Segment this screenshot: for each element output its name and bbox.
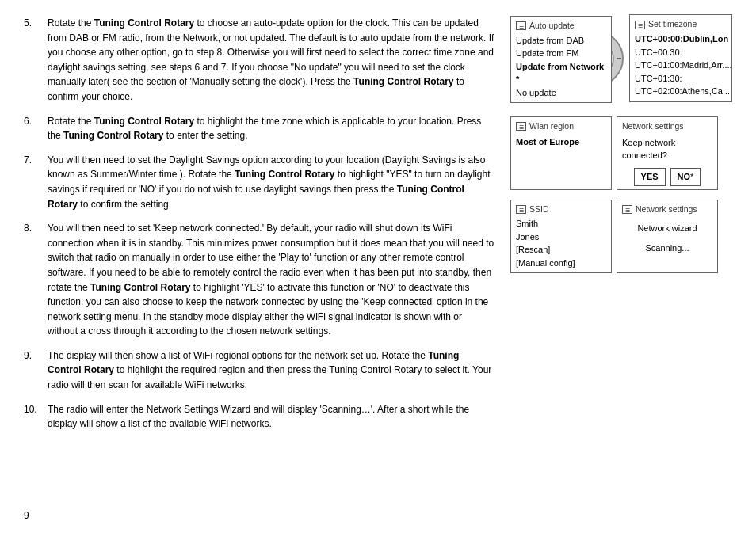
ssid-item-1: Smith xyxy=(516,217,606,230)
network-wizard-line1: Network wizard xyxy=(622,222,712,235)
step-5: 5. Rotate the Tuning Control Rotary to c… xyxy=(24,16,494,105)
set-timezone-box: ☰ Set timezone UTC+00:00:Dublin,Lon UTC+… xyxy=(629,14,732,101)
right-row-2: ☰ Wlan region Most of Europe Network set… xyxy=(510,116,732,190)
auto-update-item-2: Update from FM xyxy=(516,47,606,60)
step-10-number: 10. xyxy=(24,402,48,432)
network-wizard-line2: Scanning... xyxy=(622,242,712,255)
ssid-box: ☰ SSID Smith Jones [Rescan] [Manual conf… xyxy=(510,200,612,274)
step-7-text: You will then need to set the Daylight S… xyxy=(48,153,494,211)
step-6: 6. Rotate the Tuning Control Rotary to h… xyxy=(24,114,494,143)
page-number: 9 xyxy=(24,510,29,521)
step-9-number: 9. xyxy=(24,348,48,393)
menu-icon-network2: ☰ xyxy=(622,205,632,214)
yes-button[interactable]: YES xyxy=(634,168,666,186)
network-settings-2-title: ☰ Network settings xyxy=(622,204,712,216)
menu-icon-wlan: ☰ xyxy=(516,122,526,131)
auto-update-item-1: Update from DAB xyxy=(516,34,606,48)
right-row-3: ☰ SSID Smith Jones [Rescan] [Manual conf… xyxy=(510,200,732,274)
no-button[interactable]: NO xyxy=(670,168,701,186)
step-7-number: 7. xyxy=(24,153,48,211)
auto-update-box: ☰ Auto update Update from DAB Update fro… xyxy=(510,16,612,103)
timezone-item-4: UTC+01:30: xyxy=(635,72,727,86)
ssid-title: ☰ SSID xyxy=(516,204,606,216)
yes-no-container: YES NO xyxy=(622,168,712,186)
network-settings-title: Network settings xyxy=(622,120,712,133)
network-settings-box-2: ☰ Network settings Network wizard Scanni… xyxy=(617,200,718,274)
set-timezone-title: ☰ Set timezone xyxy=(635,18,727,31)
menu-icon-ssid: ☰ xyxy=(516,205,526,214)
step-5-text: Rotate the Tuning Control Rotary to choo… xyxy=(48,16,494,105)
step-9: 9. The display will then show a list of … xyxy=(24,348,494,393)
auto-update-item-4: No update xyxy=(516,86,606,100)
page-container: 5. Rotate the Tuning Control Rotary to c… xyxy=(24,16,732,441)
ssid-title-text: SSID xyxy=(529,204,549,216)
step-10: 10. The radio will enter the Network Set… xyxy=(24,402,494,432)
menu-icon-auto: ☰ xyxy=(516,21,526,30)
step-9-text: The display will then show a list of WiF… xyxy=(48,348,494,393)
step-8-text: You will then need to set 'Keep network … xyxy=(48,221,494,339)
step-6-text: Rotate the Tuning Control Rotary to high… xyxy=(48,114,494,143)
auto-update-title: ☰ Auto update xyxy=(516,20,606,32)
main-content: 5. Rotate the Tuning Control Rotary to c… xyxy=(24,16,510,441)
wlan-region-box: ☰ Wlan region Most of Europe xyxy=(510,116,612,190)
network-settings-box: Network settings Keep network connected?… xyxy=(617,116,718,190)
set-timezone-title-text: Set timezone xyxy=(648,18,697,31)
wlan-region-title: ☰ Wlan region xyxy=(516,120,606,133)
step-5-number: 5. xyxy=(24,16,48,105)
timezone-item-5: UTC+02:00:Athens,Ca... xyxy=(635,85,727,98)
network-settings-question: Keep network connected? xyxy=(622,137,712,162)
timezone-item-1-selected: UTC+00:00:Dublin,Lon xyxy=(635,32,727,46)
right-panel: ☰ Auto update Update from DAB Update fro… xyxy=(510,16,732,441)
step-7: 7. You will then need to set the Dayligh… xyxy=(24,153,494,211)
step-8-number: 8. xyxy=(24,221,48,339)
auto-update-title-text: Auto update xyxy=(529,20,575,32)
network-settings-title-text: Network settings xyxy=(622,120,684,133)
wlan-region-selected: Most of Europe xyxy=(516,135,606,149)
step-8: 8. You will then need to set 'Keep netwo… xyxy=(24,221,494,339)
timezone-item-2: UTC+00:30: xyxy=(635,46,727,59)
wlan-region-title-text: Wlan region xyxy=(529,120,574,133)
ssid-item-2: Jones xyxy=(516,230,606,244)
step-10-text: The radio will enter the Network Setting… xyxy=(48,402,494,432)
ssid-item-3: [Rescan] xyxy=(516,243,606,257)
timezone-item-3: UTC+01:00:Madrid,Arr.... xyxy=(635,59,727,72)
auto-update-item-3-selected: Update from Network * xyxy=(516,60,606,86)
menu-icon-timezone: ☰ xyxy=(635,21,645,29)
step-6-number: 6. xyxy=(24,114,48,143)
network-settings-2-title-text: Network settings xyxy=(636,204,697,216)
ssid-item-4: [Manual config] xyxy=(516,257,606,270)
